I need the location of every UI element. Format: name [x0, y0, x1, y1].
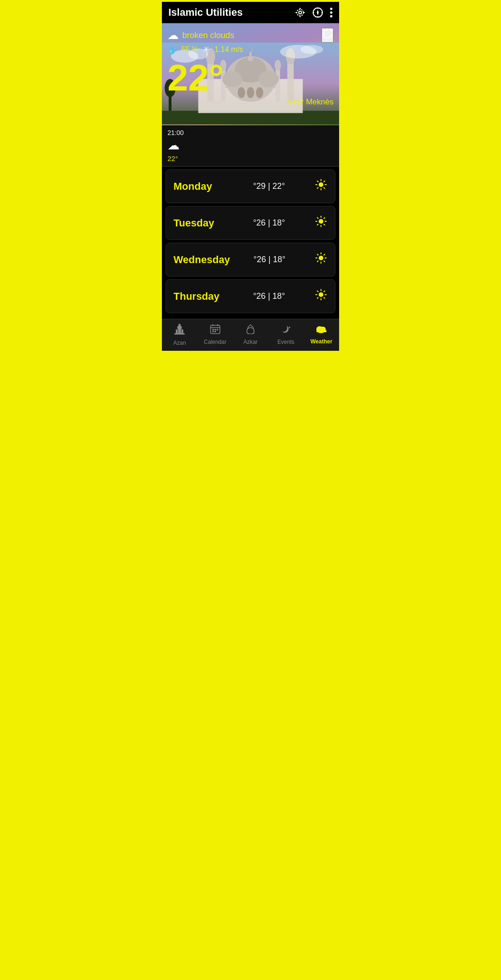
svg-rect-88 — [174, 333, 185, 335]
day-name: Wednesday — [173, 254, 230, 266]
svg-line-53 — [324, 187, 325, 189]
day-name: Tuesday — [173, 217, 229, 229]
svg-line-55 — [317, 187, 318, 189]
svg-point-12 — [330, 8, 333, 10]
day-high: °26 — [253, 218, 265, 227]
forecast-row-tuesday[interactable]: Tuesday °26 | 18° — [166, 206, 335, 240]
svg-rect-93 — [212, 329, 214, 330]
svg-point-56 — [319, 219, 323, 224]
condition-left: ☁ broken clouds — [167, 29, 234, 42]
temperature-display: 22° — [167, 59, 334, 97]
svg-line-64 — [317, 224, 318, 226]
sun-icon-thursday — [315, 288, 328, 304]
top-bar-icons — [295, 7, 333, 18]
day-name: Thursday — [173, 290, 229, 303]
day-temps: °26 | 18° — [253, 218, 285, 228]
cloud-icon: ☁ — [167, 29, 179, 42]
svg-line-61 — [317, 218, 318, 219]
svg-point-13 — [330, 12, 333, 14]
day-temps: °26 | 18° — [253, 255, 285, 264]
forecast-row-wednesday[interactable]: Wednesday °26 | 18° — [166, 243, 335, 277]
svg-line-72 — [324, 254, 325, 256]
svg-line-80 — [324, 297, 325, 299]
day-low: 18° — [273, 255, 285, 264]
svg-rect-96 — [212, 331, 214, 332]
azan-icon — [174, 323, 185, 338]
nav-label-weather: Weather — [310, 338, 332, 345]
humidity-icon: 💧 — [167, 45, 177, 54]
daily-forecast-list: Monday °29 | 22° — [162, 167, 339, 319]
humidity-text: 55 % — [181, 45, 198, 54]
svg-marker-7 — [317, 10, 319, 15]
forecast-row-monday[interactable]: Monday °29 | 22° — [166, 169, 335, 203]
svg-point-74 — [319, 292, 323, 297]
day-high: °26 — [253, 291, 265, 301]
more-button[interactable] — [330, 7, 333, 18]
nav-item-events[interactable]: Events — [268, 324, 303, 345]
weather-hero: ☽ — [162, 23, 339, 125]
hourly-time: 21:00 — [167, 129, 334, 136]
svg-rect-102 — [316, 330, 327, 332]
day-low: 22° — [272, 181, 285, 191]
bottom-nav: Azan Calendar — [162, 319, 339, 351]
azkar-icon — [244, 324, 257, 337]
location-button[interactable] — [295, 7, 306, 18]
day-separator: | — [268, 181, 273, 191]
calendar-icon — [210, 324, 220, 337]
svg-line-63 — [324, 218, 325, 219]
day-low: 18° — [272, 218, 285, 227]
svg-point-0 — [299, 11, 302, 14]
condition-text: broken clouds — [182, 31, 234, 40]
nav-item-azan[interactable]: Azan — [162, 323, 197, 346]
day-name: Monday — [173, 181, 229, 193]
refresh-button[interactable] — [321, 28, 334, 43]
nav-label-calendar: Calendar — [204, 339, 226, 345]
hourly-temp: 22° — [167, 155, 334, 162]
nav-item-azkar[interactable]: Azkar — [233, 324, 268, 345]
svg-line-79 — [317, 291, 318, 292]
svg-line-62 — [324, 224, 325, 226]
svg-point-47 — [319, 182, 323, 187]
wind-speed-text: 1.14 m/s — [214, 45, 243, 54]
day-separator: | — [268, 218, 273, 227]
svg-line-52 — [317, 181, 318, 182]
sun-icon-tuesday — [315, 215, 328, 231]
day-high: °26 — [253, 255, 266, 264]
svg-line-73 — [317, 261, 319, 262]
day-separator: | — [268, 291, 273, 301]
wind-icon: ✳ — [203, 45, 210, 55]
svg-rect-85 — [179, 324, 180, 328]
svg-line-70 — [317, 254, 319, 256]
events-icon — [281, 324, 291, 337]
svg-marker-98 — [289, 326, 291, 329]
app-title: Islamic Utilities — [168, 6, 243, 19]
top-bar: Islamic Utilities — [162, 2, 339, 23]
hourly-icon: ☁ — [167, 138, 334, 153]
day-high: °29 — [253, 181, 265, 191]
day-separator: | — [269, 255, 273, 264]
nav-item-weather[interactable]: Weather — [304, 324, 339, 345]
nav-label-azan: Azan — [173, 340, 186, 346]
hourly-strip: 21:00 ☁ 22° — [162, 125, 339, 167]
svg-line-54 — [324, 181, 325, 182]
svg-rect-97 — [214, 331, 216, 332]
compass-button[interactable] — [312, 7, 323, 18]
nav-label-azkar: Azkar — [244, 339, 258, 345]
svg-line-82 — [317, 297, 318, 299]
sun-icon-wednesday — [315, 251, 328, 268]
day-low: 18° — [272, 291, 285, 301]
svg-rect-94 — [214, 329, 216, 330]
svg-line-81 — [324, 291, 325, 292]
condition-row: ☁ broken clouds — [167, 28, 334, 43]
weather-nav-icon — [315, 324, 328, 336]
svg-point-14 — [330, 15, 333, 18]
weather-overlay: ☁ broken clouds 💧 55 % ✳ 1.14 m/s 22° Ne… — [162, 23, 339, 125]
svg-line-71 — [324, 261, 325, 262]
details-row: 💧 55 % ✳ 1.14 m/s — [167, 45, 334, 55]
location-text: Near Meknès — [287, 97, 334, 107]
nav-label-events: Events — [277, 339, 295, 345]
day-temps: °29 | 22° — [253, 181, 285, 191]
nav-item-calendar[interactable]: Calendar — [197, 324, 232, 345]
svg-point-1 — [297, 9, 303, 16]
forecast-row-thursday[interactable]: Thursday °26 | 18° — [166, 279, 335, 313]
